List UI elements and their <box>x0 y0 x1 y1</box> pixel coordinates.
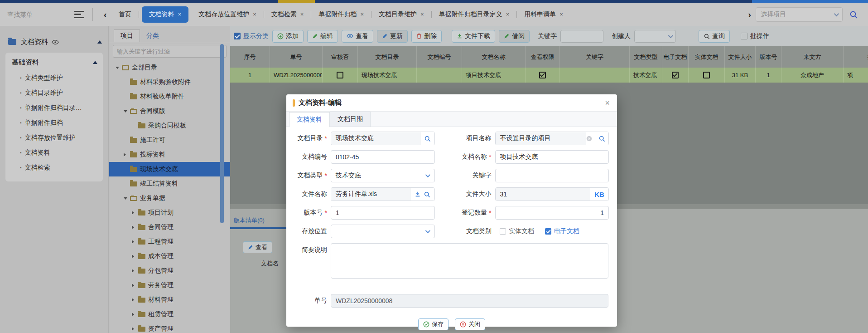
tab-storage-location[interactable]: 文档存放位置维护 <box>191 3 264 26</box>
project-name-input[interactable]: 不设置目录的项目 <box>495 132 609 145</box>
search-icon[interactable] <box>421 132 434 145</box>
table-row[interactable]: 1 WDZL20250000008 现场技术交底 项目技术交底 技术交底 31 … <box>230 68 868 83</box>
collapse-menu-icon[interactable] <box>74 11 84 18</box>
close-icon[interactable] <box>178 11 182 18</box>
checkbox-checked-icon[interactable] <box>672 72 679 78</box>
register-qty-input[interactable] <box>495 206 609 220</box>
project-select[interactable]: 选择项目 <box>756 7 843 22</box>
chevron-right-icon[interactable] <box>124 153 130 157</box>
sidebar-item-archive-directory[interactable]: 单据附件归档目录… <box>12 100 97 115</box>
storage-location-select[interactable] <box>331 225 435 238</box>
chevron-right-icon[interactable] <box>132 298 138 302</box>
column-header[interactable]: 电子文档 <box>662 46 689 68</box>
summary-textarea[interactable] <box>331 243 608 279</box>
tree-node[interactable]: 材料管理 <box>109 293 230 307</box>
column-header[interactable]: 来文方 <box>781 46 844 68</box>
physical-doc-checkbox[interactable]: 实体文档 <box>500 227 534 235</box>
tab-document-data[interactable]: 文档资料 <box>142 6 189 23</box>
chevron-right-icon[interactable] <box>132 240 138 244</box>
view-button[interactable]: 查看 <box>342 30 373 43</box>
checkbox-unchecked-icon[interactable] <box>337 72 343 78</box>
close-icon[interactable] <box>605 99 610 107</box>
tab-document-data[interactable]: 文档资料 <box>289 112 330 127</box>
checkbox-checked-icon[interactable] <box>545 228 551 235</box>
show-category-checkbox[interactable]: 显示分类 <box>234 32 269 40</box>
tree-node[interactable]: 采购合同模板 <box>109 118 230 133</box>
checkbox-unchecked-icon[interactable] <box>500 228 506 235</box>
tab-document-date[interactable]: 文档日期 <box>330 112 371 127</box>
electronic-doc-checkbox[interactable]: 电子文档 <box>545 227 579 235</box>
close-icon[interactable] <box>360 11 364 18</box>
tab-material-request[interactable]: 用料申请单 <box>517 3 570 26</box>
add-button[interactable]: 添加 <box>272 30 304 43</box>
column-header[interactable]: 文件大小 <box>725 46 756 68</box>
column-header[interactable]: 关键字 <box>560 46 630 68</box>
batch-operation-checkbox[interactable]: 批操作 <box>741 32 769 40</box>
chevron-down-icon[interactable] <box>116 67 122 69</box>
column-header[interactable]: 审核否 <box>323 46 358 68</box>
chevron-down-icon[interactable] <box>124 197 130 200</box>
close-icon[interactable] <box>420 11 424 18</box>
tree-node[interactable]: 工程管理 <box>109 235 230 249</box>
file-download-button[interactable]: 文件下载 <box>452 30 495 43</box>
tree-node[interactable]: 业务单据 <box>109 191 230 206</box>
sidebar-item-doc-directory-maintain[interactable]: 文档目录维护 <box>12 85 97 100</box>
sidebar-item-storage-location-maintain[interactable]: 文档存放位置维护 <box>12 130 97 145</box>
tree-node[interactable]: 材料验收单附件 <box>109 89 230 104</box>
chevron-right-icon[interactable] <box>132 225 138 229</box>
edit-button[interactable]: 编辑 <box>307 30 338 43</box>
tab-directory-maintain[interactable]: 文档目录维护 <box>371 3 431 26</box>
sidebar-item-document-data[interactable]: 文档资料 <box>12 145 97 160</box>
borrow-button[interactable]: 借阅 <box>499 30 530 43</box>
download-icon[interactable] <box>415 191 421 197</box>
chevron-down-icon[interactable] <box>124 110 130 113</box>
column-header[interactable]: 序号 <box>230 46 270 68</box>
tree-node[interactable]: 合同模版 <box>109 104 230 118</box>
tree-node[interactable]: 竣工结算资料 <box>109 176 230 191</box>
detail-view-button[interactable]: 查看 <box>243 241 272 253</box>
column-header[interactable]: 实体文档 <box>689 46 725 68</box>
chevron-right-icon[interactable] <box>132 327 138 331</box>
version-list-tab[interactable]: 版本清单(0) <box>234 216 265 225</box>
sidebar-item-doc-type-maintain[interactable]: 文档类型维护 <box>12 70 97 85</box>
query-button[interactable]: 查询 <box>699 30 730 43</box>
version-input[interactable] <box>331 206 435 220</box>
tree-node-selected[interactable]: 现场技术交底 <box>109 162 230 176</box>
update-button[interactable]: 更新 <box>377 30 408 43</box>
tree-node[interactable]: 资产管理 <box>109 322 230 333</box>
tree-node[interactable]: 施工许可 <box>109 133 230 147</box>
tab-attachment-archive[interactable]: 单据附件归档 <box>311 3 371 26</box>
save-button[interactable]: 保存 <box>418 318 448 330</box>
checkbox-checked-icon[interactable] <box>234 33 241 39</box>
tree-filter-input[interactable] <box>113 45 227 58</box>
column-header[interactable]: 接 <box>844 46 868 68</box>
tree-node[interactable]: 租赁管理 <box>109 307 230 322</box>
chevron-right-icon[interactable] <box>132 269 138 273</box>
sidebar-root-document-data[interactable]: 文档资料 <box>8 38 102 46</box>
close-icon[interactable] <box>300 11 304 18</box>
scrollbar-thumb[interactable] <box>220 44 224 223</box>
chevron-right-icon[interactable] <box>132 255 138 258</box>
tree-node[interactable]: 材料采购验收附件 <box>109 75 230 89</box>
creator-select[interactable] <box>634 30 676 43</box>
column-header[interactable]: 单号 <box>270 46 323 68</box>
keyword-input[interactable] <box>495 169 609 182</box>
delete-button[interactable]: 删除 <box>411 30 442 43</box>
column-header[interactable]: 文档编号 <box>417 46 462 68</box>
doc-name-input[interactable] <box>495 150 609 164</box>
tab-home[interactable]: 首页 <box>111 3 139 26</box>
chevron-right-icon[interactable] <box>132 284 138 287</box>
tabs-scroll-left-icon[interactable]: ‹ <box>99 10 111 19</box>
tabs-scroll-right-icon[interactable]: › <box>743 10 756 19</box>
tab-category[interactable]: 分类 <box>140 30 165 42</box>
tree-node[interactable]: 项目计划 <box>109 206 230 220</box>
close-icon[interactable] <box>253 11 256 18</box>
tree-node[interactable]: 劳务管理 <box>109 278 230 293</box>
checkbox-checked-icon[interactable] <box>539 72 546 78</box>
file-size-input[interactable]: 31 KB <box>495 187 609 201</box>
checkbox-unchecked-icon[interactable] <box>703 72 710 78</box>
close-icon[interactable] <box>506 11 510 18</box>
file-name-input[interactable]: 劳务计件单.xls <box>331 187 435 201</box>
column-header[interactable]: 版本号 <box>756 46 781 68</box>
column-header[interactable]: 文档名称 <box>462 46 526 68</box>
